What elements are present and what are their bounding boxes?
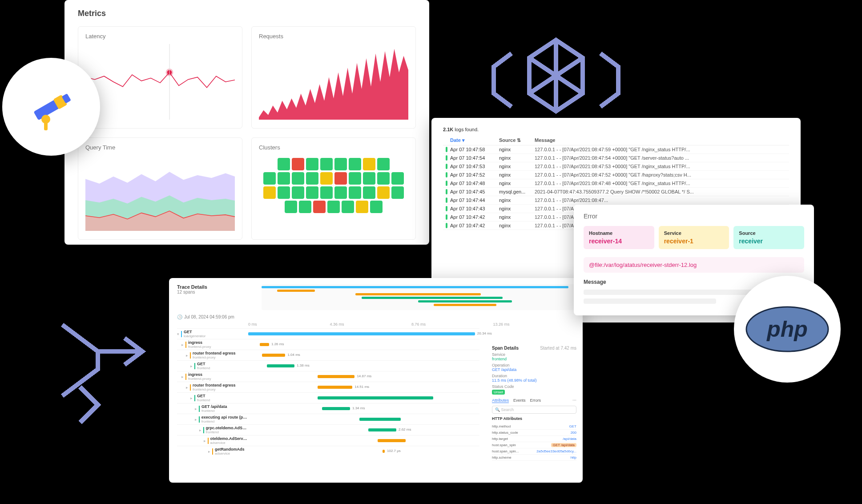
cluster-tile[interactable]	[278, 158, 290, 170]
cluster-tile[interactable]	[306, 186, 318, 199]
chip-source: Source receiver	[733, 226, 804, 249]
tab-errors[interactable]: Errors	[530, 398, 541, 403]
span-row[interactable]: ▸ router frontend egress frontend-proxy …	[177, 382, 479, 392]
cluster-tile[interactable]	[313, 201, 326, 213]
cluster-tile[interactable]	[299, 201, 311, 213]
cluster-tile[interactable]	[377, 158, 390, 170]
attribute-row[interactable]: http.target/api/data	[492, 436, 576, 442]
span-row[interactable]: ▸ grpc.oteldemo.AdService/... frontend 2…	[177, 424, 479, 435]
col-message[interactable]: Message	[535, 137, 786, 143]
axis-tick: 13.26 ms	[493, 322, 575, 327]
svg-text:php: php	[766, 317, 808, 342]
log-row[interactable]: Apr 07 10:47:53nginx127.0.0.1 - - [07/Ap…	[443, 162, 789, 171]
cluster-tile[interactable]	[349, 186, 361, 199]
log-row[interactable]: Apr 07 10:47:58nginx127.0.0.1 - - [07/Ap…	[443, 145, 789, 154]
more-menu[interactable]: ⋯	[572, 398, 576, 403]
svg-marker-3	[259, 49, 408, 120]
col-date[interactable]: Date ▾	[450, 137, 499, 143]
requests-title: Requests	[259, 33, 408, 40]
requests-chart	[259, 44, 408, 120]
cluster-tile[interactable]	[278, 172, 290, 185]
latency-chart	[85, 44, 235, 120]
cluster-tile[interactable]	[356, 201, 368, 213]
cluster-tile[interactable]	[292, 186, 304, 199]
cluster-tile[interactable]	[263, 186, 276, 199]
span-row[interactable]: ▸ getRandomAds adservice 102.7 μs	[177, 446, 479, 456]
cluster-tile[interactable]	[342, 201, 354, 213]
span-detail-tabs: Attributes Events Errors ⋯	[492, 398, 576, 403]
span-search-input[interactable]: 🔍 Search	[492, 406, 576, 414]
sd-service: frontend	[492, 357, 576, 361]
latency-title: Latency	[85, 33, 235, 40]
cluster-tile[interactable]	[285, 201, 297, 213]
php-badge: php	[734, 276, 841, 383]
trace-overview[interactable]	[262, 284, 575, 310]
metric-card-query-time[interactable]: Query Time	[78, 137, 242, 240]
cluster-tile[interactable]	[363, 172, 375, 185]
span-row[interactable]: ▸ router frontend egress frontend-proxy …	[177, 350, 479, 360]
cluster-tile[interactable]	[377, 186, 390, 199]
tab-attributes[interactable]: Attributes	[492, 398, 509, 403]
cluster-tile[interactable]	[320, 172, 333, 185]
log-row[interactable]: Apr 07 10:47:45mysql.gen...2021-04-07T08…	[443, 188, 789, 196]
cluster-tile[interactable]	[292, 158, 304, 170]
metric-card-requests[interactable]: Requests	[251, 26, 416, 129]
decoration-arrow-icon	[44, 307, 160, 431]
cluster-tile[interactable]	[306, 158, 318, 170]
trace-time-axis: 0 ms4.36 ms8.76 ms13.26 ms	[248, 322, 575, 327]
attribute-row[interactable]: host.span_spinGET /api/data	[492, 442, 576, 448]
php-icon: php	[745, 305, 830, 354]
cluster-tile[interactable]	[327, 201, 340, 213]
metrics-title: Metrics	[78, 9, 416, 18]
query-time-chart	[85, 155, 235, 231]
decoration-kubernetes-icon	[467, 31, 645, 120]
attribute-row[interactable]: http.schemehttp	[492, 455, 576, 461]
span-started: Started at 7.42 ms	[540, 346, 576, 351]
svg-rect-11	[44, 122, 48, 130]
span-row[interactable]: ▸ executing api route (page... frontend	[177, 414, 479, 424]
span-row[interactable]: ▸ ingress frontend-proxy 1.26 ms	[177, 339, 479, 350]
cluster-tile[interactable]	[334, 158, 347, 170]
trace-title: Trace Details	[177, 284, 248, 290]
tab-events[interactable]: Events	[513, 398, 526, 403]
span-row[interactable]: ▸ oteldemo.AdService/Get... adservice	[177, 435, 479, 446]
trace-panel: Trace Details 12 spans 🕓 Jul 08, 2024 04…	[169, 278, 583, 483]
cluster-tile[interactable]	[292, 172, 304, 185]
span-row[interactable]: ▸ GET /api/data frontend 1.34 ms	[177, 403, 479, 414]
axis-tick: 0 ms	[248, 322, 330, 327]
cluster-tile[interactable]	[320, 158, 333, 170]
span-row[interactable]: ▸ GET frontend 1.38 ms	[177, 360, 479, 371]
clusters-grid	[259, 155, 408, 213]
attribute-row[interactable]: http.status_code200	[492, 430, 576, 436]
cluster-tile[interactable]	[306, 172, 318, 185]
cluster-tile[interactable]	[349, 158, 361, 170]
attribute-row[interactable]: host.span_spin...2a5d5ee33ed05a5d6cy...	[492, 448, 576, 455]
metric-card-latency[interactable]: Latency	[78, 26, 242, 129]
cluster-tile[interactable]	[334, 186, 347, 199]
trace-spans-count: 12 spans	[177, 290, 248, 294]
log-row[interactable]: Apr 07 10:47:48nginx127.0.0.1 - - [07/Ap…	[443, 179, 789, 188]
cluster-tile[interactable]	[370, 201, 383, 213]
cluster-tile[interactable]	[263, 172, 276, 185]
chip-hostname: Hostname receiver-14	[584, 226, 654, 249]
log-row[interactable]: Apr 07 10:47:44nginx127.0.0.1 - - [07/Ap…	[443, 196, 789, 205]
cluster-tile[interactable]	[278, 186, 290, 199]
log-row[interactable]: Apr 07 10:47:52nginx127.0.0.1 - - [07/Ap…	[443, 171, 789, 179]
log-row[interactable]: Apr 07 10:47:54nginx127.0.0.1 - - [07/Ap…	[443, 154, 789, 162]
cluster-tile[interactable]	[377, 172, 390, 185]
clock-icon: 🕓	[177, 314, 182, 319]
sd-duration: 11.5 ms (48.98% of total)	[492, 378, 576, 383]
cluster-tile[interactable]	[349, 172, 361, 185]
cluster-tile[interactable]	[320, 186, 333, 199]
span-row[interactable]: ▸ ingress frontend-proxy 14.87 ms	[177, 371, 479, 382]
metric-card-clusters[interactable]: Clusters	[251, 137, 416, 240]
span-row[interactable]: ▾ GET loadgenerator 20.34 ms	[177, 328, 479, 339]
cluster-tile[interactable]	[391, 172, 404, 185]
span-row[interactable]: ▸ GET frontend	[177, 392, 479, 403]
cluster-tile[interactable]	[391, 186, 404, 199]
attribute-row[interactable]: http.methodGET	[492, 423, 576, 430]
cluster-tile[interactable]	[334, 172, 347, 185]
cluster-tile[interactable]	[363, 158, 375, 170]
col-source[interactable]: Source ⇅	[499, 137, 535, 143]
cluster-tile[interactable]	[363, 186, 375, 199]
